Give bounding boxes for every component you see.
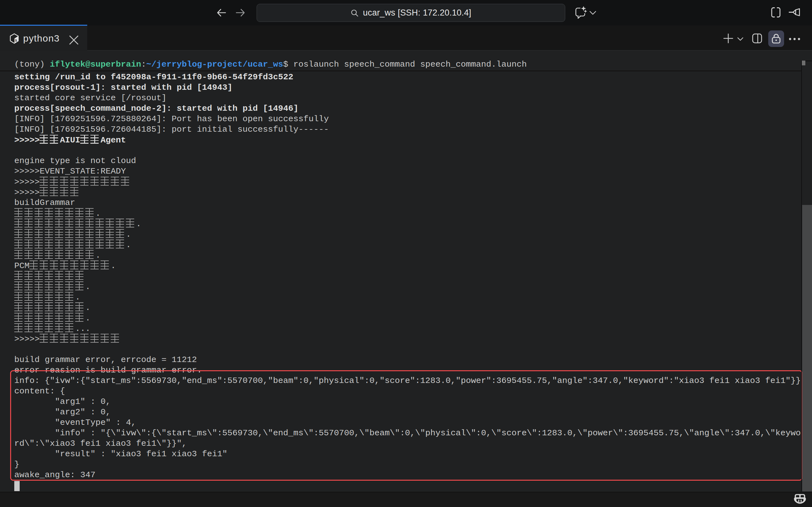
svg-text:$: $ [15,39,17,43]
